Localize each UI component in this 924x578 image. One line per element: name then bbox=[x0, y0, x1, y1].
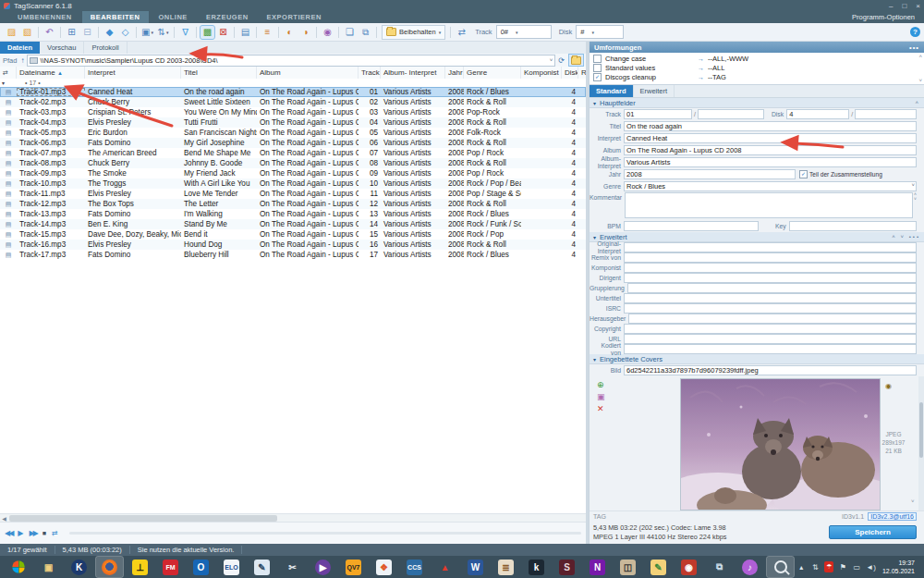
invert-selection-icon[interactable]: ⊟ bbox=[80, 26, 94, 39]
menu-umbenennen[interactable]: UMBENENNEN bbox=[9, 11, 80, 23]
disk-format-combo[interactable]: #▾ bbox=[576, 25, 624, 39]
table-row[interactable]: ▤Track-03.mp3Crispian St. PetersYou Were… bbox=[0, 107, 586, 117]
column-header-Album- Interpret[interactable]: Album- Interpret bbox=[381, 67, 445, 79]
firefox-icon[interactable] bbox=[96, 557, 123, 577]
cd-icon[interactable]: ◉ bbox=[321, 26, 334, 39]
folder-up-icon[interactable]: ↑ bbox=[20, 56, 24, 65]
table-row[interactable]: ▤Track-07.mp3The American BreedBend Me S… bbox=[0, 148, 586, 158]
section-covers[interactable]: ▾ Eingebettete Covers bbox=[590, 354, 924, 364]
transfer-icon[interactable]: ⇄ bbox=[455, 26, 468, 39]
table-row[interactable]: ▤Track-04.mp3Elvis PresleyTutti FruttiOn… bbox=[0, 117, 586, 128]
film-icon[interactable]: ◫ bbox=[614, 557, 641, 577]
column-header-icon[interactable]: ⇄ bbox=[0, 67, 17, 79]
next-track-button[interactable]: ▶▶ bbox=[29, 529, 36, 537]
group-row[interactable]: ▾ • 17 • bbox=[0, 79, 586, 87]
beibehalten-dropdown[interactable]: Beibehalten▾ bbox=[382, 25, 445, 40]
column-header-Re[interactable]: Re bbox=[578, 67, 586, 79]
file-info-2-icon[interactable]: ◑ bbox=[298, 26, 312, 39]
genre-combo[interactable] bbox=[624, 181, 917, 191]
interpret-input[interactable] bbox=[624, 133, 917, 143]
tab-standard[interactable]: Standard bbox=[590, 85, 634, 97]
section-scroll-icons[interactable]: ˄ ˅ ••• bbox=[892, 234, 920, 240]
move-down-icon[interactable]: ◇ bbox=[118, 26, 132, 39]
save-button[interactable]: Speichern bbox=[829, 525, 917, 539]
tab-dateien[interactable]: Dateien bbox=[0, 42, 40, 54]
browse-folder-button[interactable] bbox=[569, 55, 583, 66]
sort-icon[interactable]: ⇅▾ bbox=[156, 26, 170, 39]
undo-icon[interactable]: ↶ bbox=[43, 26, 56, 39]
scrivener-icon[interactable]: S bbox=[553, 557, 580, 577]
save-cover-icon[interactable]: ▣ bbox=[597, 392, 605, 401]
filter-icon[interactable]: ∇ bbox=[178, 26, 192, 39]
usb-icon[interactable]: ⇅ bbox=[810, 561, 820, 572]
column-header-Jahr[interactable]: Jahr bbox=[445, 67, 464, 79]
hidden-icons-icon[interactable]: ▴ bbox=[796, 561, 806, 572]
maximize-button[interactable]: □ bbox=[902, 2, 906, 10]
close-button[interactable]: × bbox=[916, 2, 920, 10]
add-cover-icon[interactable]: ⊕ bbox=[597, 380, 605, 389]
menu-exportieren[interactable]: EXPORTIEREN bbox=[259, 11, 330, 23]
field-input-dirigent[interactable] bbox=[624, 273, 917, 283]
display-icon[interactable]: ▭ bbox=[852, 561, 861, 572]
id3v2-label[interactable]: ID3v2.3@utf16 bbox=[868, 512, 917, 521]
add-folder-icon[interactable]: ▧ bbox=[20, 26, 34, 39]
field-input-gruppierung[interactable] bbox=[627, 283, 917, 293]
section-hauptfelder[interactable]: ▾ Hauptfelder ˄ bbox=[590, 98, 924, 108]
scroll-down-icon[interactable]: ˅ bbox=[914, 197, 917, 202]
path-dropdown-icon[interactable]: ˅ bbox=[550, 57, 553, 63]
album-interpret-input[interactable] bbox=[624, 157, 917, 167]
tab-erweitert[interactable]: Erweitert bbox=[634, 85, 675, 97]
column-header-Album[interactable]: Album bbox=[257, 67, 359, 79]
scrollbar-thumb[interactable] bbox=[9, 515, 277, 522]
table-row[interactable]: ▤Track-12.mp3The Box TopsThe LetterOn Th… bbox=[0, 199, 586, 209]
lyrics-icon[interactable]: ▤ bbox=[238, 26, 252, 39]
help-icon[interactable]: ? bbox=[910, 27, 920, 37]
scroll-left-icon[interactable]: ◀ bbox=[0, 515, 8, 522]
folder-edit-icon[interactable]: ✎ bbox=[645, 557, 672, 577]
table-row[interactable]: ▤Track-10.mp3The TroggsWith A Girl Like … bbox=[0, 178, 586, 189]
tab-vorschau[interactable]: Vorschau bbox=[40, 42, 84, 54]
table-row[interactable]: ▤Track-11.mp3Elvis PresleyLove Me Tender… bbox=[0, 189, 586, 199]
field-input-untertitel[interactable] bbox=[624, 293, 917, 303]
field-input-url[interactable] bbox=[624, 334, 917, 344]
tab-protokoll[interactable]: Protokoll bbox=[84, 42, 127, 54]
column-header-Disk[interactable]: Disk bbox=[562, 67, 578, 79]
pc-transfer-icon[interactable]: ⧉ bbox=[706, 557, 733, 577]
table-row[interactable]: ▤Track-15.mp3Dave Dee, Dozy, Beaky, Mick… bbox=[0, 229, 586, 240]
table-row[interactable]: ▤Track-05.mp3Eric BurdonSan Franciscan N… bbox=[0, 128, 586, 138]
transform-menu-icon[interactable]: ••• bbox=[909, 43, 919, 52]
key-input[interactable] bbox=[789, 221, 917, 231]
scroll-down-icon[interactable]: ˅ bbox=[911, 498, 915, 504]
compilation-checkbox[interactable]: ✓ bbox=[799, 170, 808, 178]
start-button[interactable] bbox=[5, 557, 31, 577]
flag-icon[interactable]: ⚑ bbox=[838, 561, 847, 572]
table-row[interactable]: ▤Track-13.mp3Fats DominoI'm WalkingOn Th… bbox=[0, 209, 586, 219]
section-erweitert[interactable]: ▾ Erweitert ˄ ˅ ••• bbox=[590, 232, 924, 242]
onenote-icon[interactable]: N bbox=[584, 557, 611, 577]
transform-item[interactable]: ✓Discogs cleanup→--TAG bbox=[590, 72, 924, 81]
disk-total-input[interactable] bbox=[855, 109, 917, 119]
calibre-icon[interactable]: ≣ bbox=[492, 557, 519, 577]
qv7-icon[interactable]: QV7 bbox=[340, 557, 367, 577]
field-input-original-interpret[interactable] bbox=[624, 242, 917, 252]
track-input[interactable] bbox=[624, 109, 692, 119]
word-icon[interactable]: W bbox=[462, 557, 489, 577]
editor-pen-icon[interactable]: ✎ bbox=[249, 557, 275, 577]
scroll-down-icon[interactable]: ˅ bbox=[918, 78, 922, 83]
file-info-icon[interactable]: ◐ bbox=[283, 26, 297, 39]
taskbar-clock[interactable]: 19:37 12.05.2021 bbox=[881, 559, 920, 575]
itunes-icon[interactable]: ♪ bbox=[736, 557, 763, 577]
kommentar-textarea[interactable] bbox=[625, 192, 913, 218]
column-header-Genre[interactable]: Genre bbox=[464, 67, 521, 79]
jdownloader-icon[interactable]: ⊥ bbox=[127, 557, 153, 577]
table-row[interactable]: ▤Track-02.mp3Chuck BerrySweet Little Six… bbox=[0, 97, 586, 107]
titel-input[interactable] bbox=[624, 121, 917, 131]
stop-button[interactable]: ■ bbox=[43, 530, 46, 536]
seek-bar[interactable] bbox=[69, 532, 581, 535]
transform-item[interactable]: Standard values→--ALL bbox=[590, 63, 924, 72]
panel-scrollbar[interactable] bbox=[918, 376, 924, 510]
minimize-button[interactable]: – bbox=[889, 2, 893, 10]
album-input[interactable] bbox=[624, 145, 917, 155]
column-header-Interpret[interactable]: Interpret bbox=[85, 67, 181, 79]
menu-erzeugen[interactable]: ERZEUGEN bbox=[198, 11, 257, 23]
